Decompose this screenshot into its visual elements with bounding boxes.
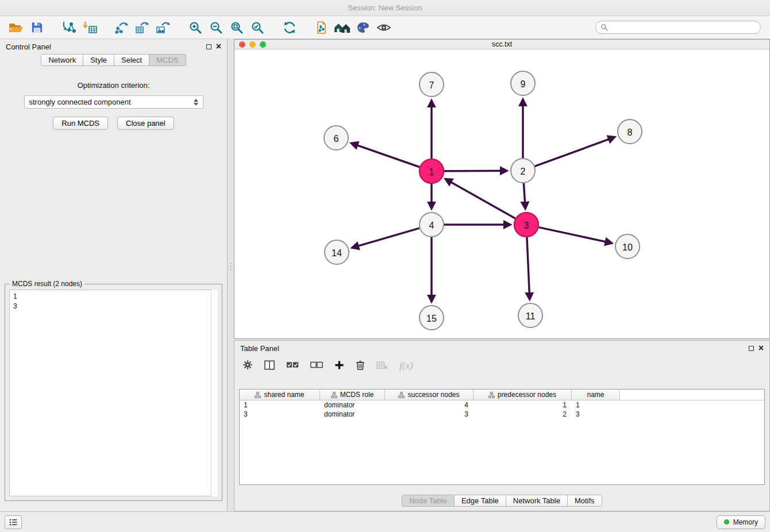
column-header-mcds-role[interactable]: MCDS role [320,390,385,400]
network-window-titlebar[interactable]: × − + scc.txt [234,40,769,49]
column-header-successor-nodes[interactable]: successor nodes [385,390,473,400]
zoom-selected-icon [251,21,264,34]
import-table-button[interactable] [79,18,100,37]
show-column-button[interactable] [264,360,275,372]
mcds-result-scrollbar[interactable] [211,290,218,496]
close-panel-icon[interactable]: × [216,43,221,50]
minimize-window-icon[interactable]: − [249,41,256,48]
open-session-button[interactable] [6,18,26,37]
zoom-selected-button[interactable] [247,18,268,37]
memory-button[interactable]: Memory [717,515,765,529]
column-header-shared-name[interactable]: shared name [240,390,320,400]
cell-shared-name[interactable]: 1 [240,400,320,410]
node-6[interactable]: 6 [324,126,348,150]
node-9[interactable]: 9 [511,71,535,95]
zoom-in-button[interactable] [185,18,206,37]
cell-name[interactable]: 1 [572,400,620,410]
table-settings-button[interactable] [242,360,253,372]
criterion-select[interactable]: strongly connected component [24,95,203,109]
cell-shared-name[interactable]: 3 [240,410,320,419]
fit-content-button[interactable] [332,18,353,37]
create-column-button[interactable] [334,360,344,372]
edge-3-10[interactable] [539,228,611,243]
zoom-out-button[interactable] [206,18,226,37]
edge-4-14[interactable] [353,228,419,248]
import-network-button[interactable] [59,18,79,37]
edge-2-8[interactable] [535,137,614,166]
delete-table-button[interactable] [376,361,388,372]
unselect-all-columns-button[interactable] [310,361,323,371]
tab-network[interactable]: Network [41,54,83,66]
cell-name[interactable]: 3 [572,410,620,419]
cell-successor-nodes[interactable]: 4 [385,400,473,410]
close-window-icon[interactable]: × [239,41,245,48]
edge-2-3[interactable] [523,183,525,208]
tab-motifs[interactable]: Motifs [567,495,602,507]
home-icon [334,21,351,34]
zoom-fit-button[interactable] [226,18,247,37]
table-panel-title: Table Panel [240,344,279,353]
export-network-button[interactable] [111,18,132,37]
float-table-panel-icon[interactable] [749,346,754,351]
column-label: name [587,391,604,399]
network-graph-svg[interactable]: 7968124314101511 [234,49,769,338]
save-session-button[interactable] [26,18,47,37]
node-1[interactable]: 1 [419,159,444,183]
mcds-buttons-row: Run MCDS Close panel [0,117,227,130]
tab-select[interactable]: Select [114,54,149,66]
network-canvas[interactable]: 7968124314101511 [234,49,769,338]
table-row[interactable]: 3dominator323 [240,410,764,419]
cell-MCDS-role[interactable]: dominator [320,410,385,419]
tab-mcds[interactable]: MCDS [149,54,186,66]
task-history-button[interactable] [5,515,22,529]
node-7[interactable]: 7 [419,72,444,97]
delete-column-button[interactable] [356,360,365,373]
search-box[interactable] [595,21,761,34]
export-table-button[interactable] [132,18,153,37]
column-header-name[interactable]: name [572,390,620,400]
search-input[interactable] [611,22,756,32]
apply-layout-button[interactable] [279,18,300,37]
node-8[interactable]: 8 [618,119,642,144]
float-panel-icon[interactable] [206,44,211,49]
node-label: 8 [627,128,633,137]
node-11[interactable]: 11 [518,303,542,327]
panel-splitter[interactable] [229,263,233,270]
node-2[interactable]: 2 [511,159,535,183]
edge-3-1[interactable] [446,179,515,218]
column-label: shared name [264,391,304,399]
tab-style[interactable]: Style [83,54,114,66]
close-table-panel-icon[interactable]: × [759,345,764,352]
cell-predecessor-nodes[interactable]: 2 [473,410,572,419]
tab-node-table[interactable]: Node Table [402,495,455,507]
select-all-columns-button[interactable] [286,361,299,371]
show-details-button[interactable] [374,18,394,37]
table-panel: Table Panel × [234,340,770,511]
window-titlebar[interactable]: Session: New Session [0,0,770,16]
cell-successor-nodes[interactable]: 3 [385,410,473,419]
edge-1-2[interactable] [444,171,506,171]
cell-MCDS-role[interactable]: dominator [320,400,385,410]
export-image-button[interactable] [153,18,174,37]
edge-3-11[interactable] [527,237,530,299]
function-builder-button[interactable]: f(x) [399,360,413,372]
mcds-result-text[interactable]: 1 3 [9,290,218,496]
node-14[interactable]: 14 [325,240,349,264]
annotations-button[interactable] [353,18,374,37]
maximize-window-icon[interactable]: + [260,41,266,48]
table-row[interactable]: 1dominator411 [240,400,764,410]
run-mcds-button[interactable]: Run MCDS [53,117,108,130]
tab-network-table[interactable]: Network Table [506,495,568,507]
column-header-predecessor-nodes[interactable]: predecessor nodes [473,390,572,400]
node-10[interactable]: 10 [615,234,640,259]
tab-edge-table[interactable]: Edge Table [454,495,506,507]
node-4[interactable]: 4 [419,213,444,237]
control-panel-header: Control Panel × [0,39,227,54]
first-neighbors-button[interactable] [311,18,332,37]
node-3[interactable]: 3 [514,213,538,237]
node-15[interactable]: 15 [419,306,444,330]
cell-predecessor-nodes[interactable]: 1 [473,400,572,410]
edge-1-6[interactable] [352,144,419,167]
node-label: 10 [622,242,633,252]
close-panel-button[interactable]: Close panel [117,117,174,130]
